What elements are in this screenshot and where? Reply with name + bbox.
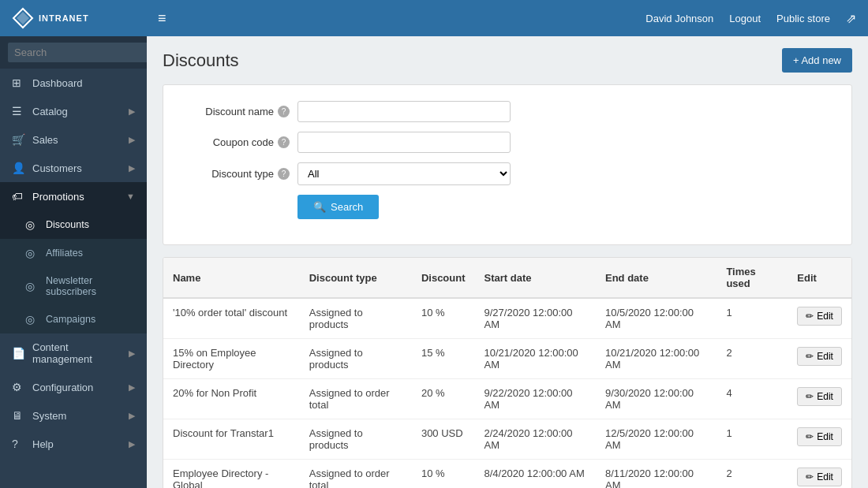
search-icon: 🔍 — [313, 201, 326, 213]
sidebar-item-dashboard[interactable]: ⊞ Dashboard — [0, 69, 147, 97]
discount-type-help-icon[interactable]: ? — [278, 168, 290, 180]
filter-row-discount-type: Discount type ? All Assigned to order to… — [187, 162, 828, 185]
search-button[interactable]: 🔍 Search — [297, 195, 379, 219]
logo-text: INTRANET — [39, 13, 89, 23]
sidebar-search-container: 🔍 — [0, 36, 147, 69]
sidebar-item-customers[interactable]: 👤 Customers ▶ — [0, 154, 147, 182]
sidebar-item-configuration[interactable]: ⚙ Configuration ▶ — [0, 373, 147, 401]
cell-discount: 300 USD — [412, 419, 475, 460]
sidebar-item-label: Campaigns — [46, 314, 95, 325]
cell-discount-type: Assigned to order total — [300, 460, 412, 489]
cell-edit: ✏ Edit — [788, 460, 851, 489]
public-store-link[interactable]: Public store — [776, 13, 830, 24]
cell-discount: 10 % — [412, 460, 475, 489]
chevron-right-icon: ▶ — [129, 382, 135, 393]
add-new-button[interactable]: + Add new — [782, 48, 852, 73]
edit-button[interactable]: ✏ Edit — [797, 387, 842, 406]
newsletter-icon: ◎ — [25, 280, 39, 292]
cell-discount: 15 % — [412, 339, 475, 379]
discount-name-input[interactable] — [297, 101, 511, 122]
chevron-right-icon: ▶ — [129, 348, 135, 359]
discount-name-help-icon[interactable]: ? — [278, 106, 290, 117]
chevron-down-icon: ▼ — [126, 192, 135, 201]
sidebar-item-promotions[interactable]: 🏷 Promotions ▼ — [0, 182, 147, 210]
logout-link[interactable]: Logout — [729, 13, 761, 24]
cell-name: Employee Directory - Global — [163, 460, 300, 489]
filter-row-search: 🔍 Search — [187, 195, 828, 219]
cell-edit: ✏ Edit — [788, 419, 851, 460]
pencil-icon: ✏ — [806, 351, 814, 362]
discount-type-select[interactable]: All Assigned to order total Assigned to … — [297, 162, 511, 185]
cell-times-used: 2 — [716, 460, 788, 489]
col-edit: Edit — [788, 258, 851, 298]
chevron-right-icon: ▶ — [129, 163, 135, 173]
configuration-icon: ⚙ — [12, 381, 26, 393]
logo-icon — [12, 7, 34, 29]
cell-end-date: 8/11/2020 12:00:00 AM — [596, 460, 716, 489]
sidebar-item-sales[interactable]: 🛒 Sales ▶ — [0, 125, 147, 154]
sidebar-item-catalog[interactable]: ☰ Catalog ▶ — [0, 97, 147, 125]
edit-button[interactable]: ✏ Edit — [797, 307, 842, 326]
cell-start-date: 10/21/2020 12:00:00 AM — [475, 339, 596, 379]
share-icon[interactable]: ⇗ — [846, 11, 856, 26]
dashboard-icon: ⊞ — [12, 76, 26, 89]
sidebar-item-label: Dashboard — [32, 77, 83, 89]
cell-times-used: 2 — [716, 339, 788, 379]
sidebar-item-campaigns[interactable]: ◎ Campaigns — [0, 305, 147, 333]
main-layout: 🔍 ⊞ Dashboard ☰ Catalog ▶ 🛒 Sales ▶ 👤 Cu… — [0, 36, 868, 488]
content-icon: 📄 — [12, 347, 26, 359]
cell-discount: 20 % — [412, 379, 475, 419]
cell-times-used: 1 — [716, 419, 788, 460]
sidebar-item-newsletter[interactable]: ◎ Newsletter subscribers — [0, 267, 147, 305]
cell-name: 20% for Non Profit — [163, 379, 300, 419]
cell-name: Discount for Transtar1 — [163, 419, 300, 460]
sidebar-item-affiliates[interactable]: ◎ Affiliates — [0, 239, 147, 267]
sidebar-item-system[interactable]: 🖥 System ▶ — [0, 401, 147, 430]
pencil-icon: ✏ — [806, 471, 814, 482]
promotions-icon: 🏷 — [12, 190, 26, 203]
table-body: '10% order total' discount Assigned to p… — [163, 298, 851, 488]
cell-edit: ✏ Edit — [788, 339, 851, 379]
col-times-used: Times used — [716, 258, 788, 298]
discount-name-label: Discount name ? — [187, 106, 290, 117]
campaigns-icon: ◎ — [25, 313, 39, 326]
search-input[interactable] — [8, 43, 147, 62]
col-end-date: End date — [596, 258, 716, 298]
coupon-code-input[interactable] — [297, 132, 511, 153]
sidebar-item-label: System — [32, 410, 66, 422]
sidebar-item-content-management[interactable]: 📄 Content management ▶ — [0, 333, 147, 373]
sidebar-item-label: Discounts — [46, 219, 89, 230]
cell-name: '10% order total' discount — [163, 298, 300, 339]
table-row: 20% for Non Profit Assigned to order tot… — [163, 379, 851, 419]
sidebar-item-discounts[interactable]: ◎ Discounts — [0, 210, 147, 239]
menu-toggle-icon[interactable]: ≡ — [158, 10, 166, 27]
cell-start-date: 2/24/2020 12:00:00 AM — [475, 419, 596, 460]
col-discount-type: Discount type — [300, 258, 412, 298]
sidebar-item-label: Newsletter subscribers — [46, 275, 135, 297]
edit-button[interactable]: ✏ Edit — [797, 347, 842, 366]
cell-start-date: 9/22/2020 12:00:00 AM — [475, 379, 596, 419]
col-discount: Discount — [412, 258, 475, 298]
cell-discount-type: Assigned to products — [300, 339, 412, 379]
discounts-icon: ◎ — [25, 218, 39, 231]
cell-times-used: 1 — [716, 298, 788, 339]
sidebar-item-label: Help — [32, 438, 54, 450]
pencil-icon: ✏ — [806, 431, 814, 442]
sidebar-item-help[interactable]: ? Help ▶ — [0, 430, 147, 458]
page-header: Discounts + Add new — [163, 48, 852, 73]
sales-icon: 🛒 — [12, 133, 26, 146]
sidebar-item-label: Sales — [32, 134, 58, 146]
coupon-code-help-icon[interactable]: ? — [278, 136, 290, 148]
chevron-right-icon: ▶ — [129, 135, 135, 145]
table-header: Name Discount type Discount Start date E… — [163, 258, 851, 298]
cell-discount: 10 % — [412, 298, 475, 339]
cell-discount-type: Assigned to order total — [300, 379, 412, 419]
edit-button[interactable]: ✏ Edit — [797, 468, 842, 486]
coupon-code-label: Coupon code ? — [187, 136, 290, 148]
edit-button[interactable]: ✏ Edit — [797, 427, 842, 446]
page-title: Discounts — [163, 50, 239, 71]
discounts-table: Name Discount type Discount Start date E… — [163, 257, 852, 488]
table-row: 15% on Employee Directory Assigned to pr… — [163, 339, 851, 379]
content-area: Discounts + Add new Discount name ? Coup… — [147, 36, 868, 488]
cell-edit: ✏ Edit — [788, 298, 851, 339]
